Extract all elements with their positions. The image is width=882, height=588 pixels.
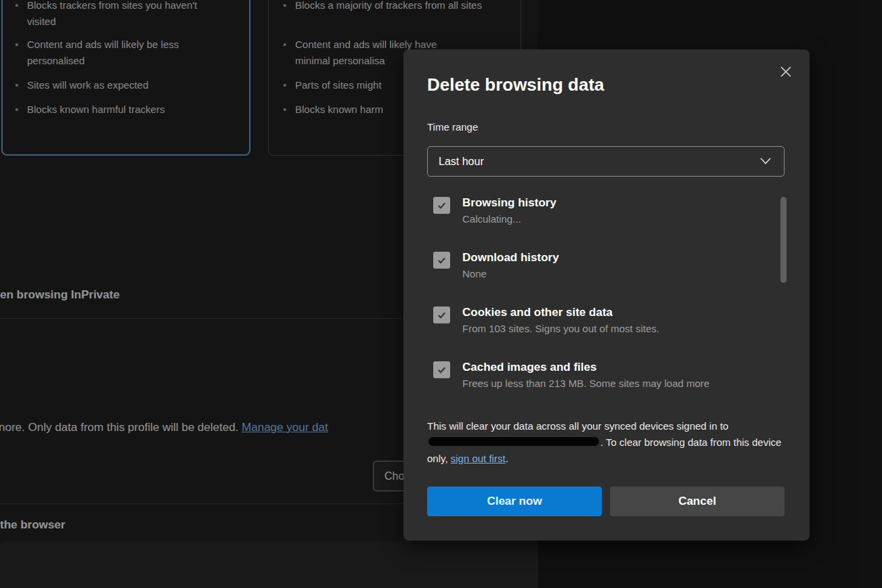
checkbox-checked-icon[interactable] bbox=[433, 197, 450, 214]
dialog-title: Delete browsing data bbox=[427, 74, 604, 95]
time-range-label: Time range bbox=[427, 121, 478, 133]
cancel-button[interactable]: Cancel bbox=[610, 487, 785, 516]
scrollbar-thumb[interactable] bbox=[780, 197, 787, 283]
checkbox-detail: Frees up less than 213 MB. Some sites ma… bbox=[462, 376, 709, 391]
sync-notice-text: . bbox=[506, 453, 508, 464]
settings-page: • Blocks trackers from sites you haven't… bbox=[0, 0, 882, 588]
delete-browsing-data-dialog: Delete browsing data Time range Last hou… bbox=[403, 49, 810, 541]
data-types-list: Browsing history Calculating... Download… bbox=[427, 194, 772, 413]
redacted-email bbox=[428, 437, 599, 446]
time-range-select[interactable]: Last hour bbox=[427, 146, 785, 177]
cookies-site-data-row[interactable]: Cookies and other site data From 103 sit… bbox=[427, 304, 772, 359]
checkbox-checked-icon[interactable] bbox=[433, 361, 450, 378]
checkbox-label: Browsing history bbox=[462, 194, 556, 212]
checkbox-label: Download history bbox=[462, 249, 559, 267]
checkbox-detail: From 103 sites. Signs you out of most si… bbox=[462, 321, 659, 336]
sign-out-link[interactable]: sign out first bbox=[451, 453, 506, 464]
checkbox-checked-icon[interactable] bbox=[433, 307, 450, 323]
checkbox-detail: Calculating... bbox=[462, 212, 556, 227]
time-range-value: Last hour bbox=[439, 156, 484, 168]
browsing-history-row[interactable]: Browsing history Calculating... bbox=[427, 194, 772, 249]
checkbox-label: Cookies and other site data bbox=[462, 304, 659, 321]
chevron-down-icon bbox=[759, 156, 772, 168]
cached-images-row[interactable]: Cached images and files Frees up less th… bbox=[427, 359, 772, 413]
checkbox-checked-icon[interactable] bbox=[433, 252, 450, 269]
sync-notice-text: This will clear your data across all you… bbox=[427, 420, 728, 432]
close-icon[interactable] bbox=[774, 60, 797, 83]
checkbox-detail: None bbox=[462, 267, 559, 281]
download-history-row[interactable]: Download history None bbox=[427, 249, 772, 304]
checkbox-label: Cached images and files bbox=[462, 359, 709, 376]
sync-notice: This will clear your data across all you… bbox=[427, 418, 786, 467]
clear-now-button[interactable]: Clear now bbox=[427, 487, 602, 516]
